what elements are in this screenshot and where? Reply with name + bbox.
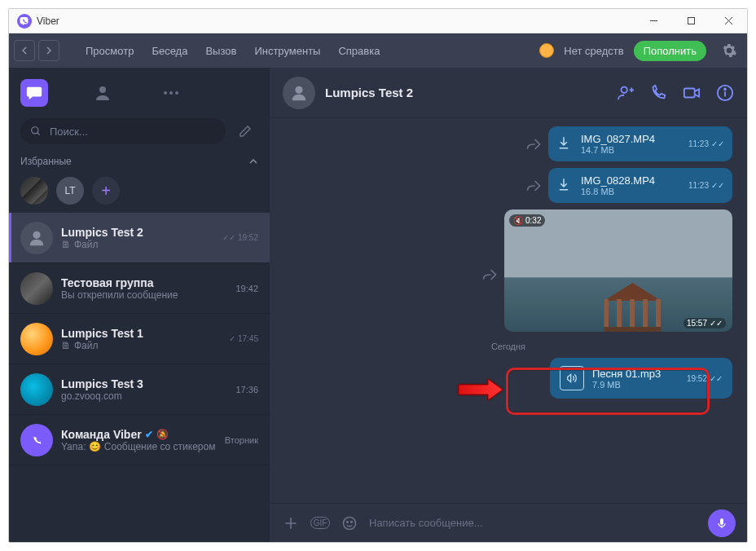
svg-rect-22 <box>720 518 723 525</box>
attach-plus-icon[interactable] <box>281 515 301 531</box>
ticks-icon: ✓ 17:45 <box>229 334 258 343</box>
messages-area[interactable]: IMG_0827.MP4 14.7 MB 11:23✓✓ IMG_0828.MP… <box>270 118 747 503</box>
favorites-label: Избранные <box>20 156 72 167</box>
download-icon[interactable] <box>556 177 574 195</box>
chat-title: Lumpics Test 1 <box>61 327 221 340</box>
svg-line-9 <box>37 133 40 135</box>
chevron-up-icon <box>248 156 258 166</box>
chat-item-lumpics-test-1[interactable]: Lumpics Test 1 🗎Файл ✓ 17:45 <box>9 314 270 364</box>
svg-point-4 <box>99 86 106 93</box>
svg-point-7 <box>175 91 178 95</box>
composer: GIF Написать сообщение... <box>270 503 747 542</box>
chat-main: Lumpics Test 2 IMG_0827.MP4 <box>270 68 747 542</box>
maximize-button[interactable] <box>672 9 710 33</box>
menu-chat[interactable]: Беседа <box>152 45 187 57</box>
audio-file-name: Песня 01.mp3 <box>592 368 679 380</box>
svg-point-11 <box>295 86 302 93</box>
chat-item-viber-team[interactable]: Команда Viber ✔ 🔕 Yana: 😊 Сообщение со с… <box>9 415 270 465</box>
svg-point-21 <box>351 521 353 522</box>
file-size: 16.8 MB <box>581 187 682 196</box>
audio-message[interactable]: Песня 01.mp3 7.9 MB 19:52✓✓ <box>550 358 732 399</box>
voice-message-button[interactable] <box>708 509 736 537</box>
video-message[interactable]: 🔇0:32 15:57✓✓ <box>504 209 732 332</box>
chat-item-lumpics-test-2[interactable]: Lumpics Test 2 🗎Файл ✓✓ 19:52 <box>9 213 270 263</box>
svg-point-10 <box>33 231 40 238</box>
svg-point-12 <box>622 86 627 92</box>
settings-gear-icon[interactable] <box>716 42 742 59</box>
close-button[interactable] <box>710 9 747 33</box>
chat-header: Lumpics Test 2 <box>270 68 747 118</box>
favorites-row: LT + <box>9 172 270 213</box>
menu-call[interactable]: Вызов <box>205 45 236 57</box>
audio-call-icon[interactable] <box>649 84 667 102</box>
balance-icon <box>539 43 554 58</box>
day-separator: Сегодня <box>270 342 747 351</box>
chat-title: Lumpics Test 2 <box>61 226 214 239</box>
file-name: IMG_0827.MP4 <box>581 133 682 145</box>
svg-rect-13 <box>684 88 695 97</box>
chat-header-name: Lumpics Test 2 <box>325 86 413 99</box>
topup-button[interactable]: Пополнить <box>634 41 706 61</box>
file-message-2[interactable]: IMG_0828.MP4 16.8 MB 11:23✓✓ <box>548 168 732 203</box>
video-call-icon[interactable] <box>682 84 701 102</box>
menu-help[interactable]: Справка <box>338 45 380 57</box>
message-input[interactable]: Написать сообщение... <box>369 517 698 529</box>
file-size: 14.7 MB <box>581 145 682 155</box>
search-placeholder: Поиск... <box>50 126 88 138</box>
chat-item-test-group[interactable]: Тестовая группа Вы открепили сообщение 1… <box>9 263 270 314</box>
muted-icon: 🔕 <box>156 429 169 440</box>
menu-view[interactable]: Просмотр <box>86 45 134 57</box>
app-title: Viber <box>37 15 59 27</box>
mute-icon: 🔇 <box>513 216 523 225</box>
chat-header-avatar[interactable] <box>283 77 315 109</box>
file-message-1[interactable]: IMG_0827.MP4 14.7 MB 11:23✓✓ <box>548 126 732 161</box>
avatar <box>20 222 53 254</box>
menu-tools[interactable]: Инструменты <box>254 45 320 57</box>
menubar: Просмотр Беседа Вызов Инструменты Справк… <box>9 33 747 68</box>
forward-icon[interactable] <box>481 267 498 283</box>
search-icon <box>30 126 42 137</box>
balance-text: Нет средств <box>564 45 623 57</box>
audio-file-size: 7.9 MB <box>592 380 679 390</box>
avatar <box>20 373 53 406</box>
arrow-annotation <box>457 377 504 402</box>
svg-point-20 <box>347 521 349 522</box>
svg-rect-1 <box>688 18 694 24</box>
favorite-avatar-1[interactable] <box>20 177 48 205</box>
add-participant-icon[interactable] <box>617 84 635 102</box>
chat-item-lumpics-test-3[interactable]: Lumpics Test 3 go.zvooq.com 17:36 <box>9 364 270 415</box>
chat-list: Lumpics Test 2 🗎Файл ✓✓ 19:52 Тестовая г… <box>9 213 270 542</box>
chat-title: Команда Viber <box>61 428 142 441</box>
sidebar-tab-chats[interactable] <box>20 79 48 107</box>
search-input[interactable]: Поиск... <box>20 118 226 144</box>
svg-point-5 <box>164 91 167 95</box>
sidebar-tab-contacts[interactable] <box>89 79 116 107</box>
avatar <box>20 424 53 456</box>
compose-button[interactable] <box>232 118 258 144</box>
nav-forward-button[interactable] <box>38 40 59 61</box>
ticks-icon: ✓✓ <box>711 139 724 148</box>
file-name: IMG_0828.MP4 <box>581 174 682 187</box>
nav-back-button[interactable] <box>14 40 35 61</box>
verified-icon: ✔ <box>145 429 153 440</box>
svg-point-16 <box>724 88 726 90</box>
gif-icon[interactable]: GIF <box>310 517 330 529</box>
download-icon[interactable] <box>556 135 574 153</box>
ticks-icon: ✓✓ 19:52 <box>222 233 258 242</box>
add-favorite-button[interactable]: + <box>92 177 120 205</box>
file-icon: 🗎 <box>61 340 71 351</box>
svg-point-19 <box>344 517 356 529</box>
sidebar-tab-more[interactable] <box>157 79 185 107</box>
sticker-icon[interactable] <box>340 515 359 531</box>
avatar <box>20 272 53 305</box>
favorites-header[interactable]: Избранные <box>9 151 270 172</box>
window-buttons <box>635 9 747 33</box>
info-icon[interactable] <box>716 84 734 102</box>
forward-icon[interactable] <box>525 136 542 152</box>
ticks-icon: ✓✓ <box>710 374 723 383</box>
favorite-avatar-2[interactable]: LT <box>56 177 84 205</box>
svg-point-8 <box>32 127 38 134</box>
minimize-button[interactable] <box>635 9 672 33</box>
titlebar: Viber <box>9 9 747 33</box>
forward-icon[interactable] <box>525 178 542 194</box>
